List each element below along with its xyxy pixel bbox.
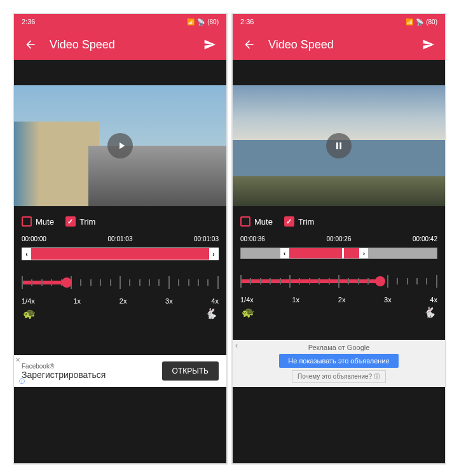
speed-labels: 1/4x 1x 2x 3x 4x — [240, 296, 437, 304]
signal-icon: 📶 — [187, 18, 195, 25]
status-time: 2:36 — [240, 18, 254, 25]
battery-icon: (80) — [207, 18, 219, 25]
turtle-icon: 🐢 — [242, 306, 254, 318]
time-mid: 00:00:26 — [327, 235, 352, 242]
mute-checkbox[interactable]: Mute — [240, 216, 273, 227]
ad-banner[interactable]: ‹ Реклама от Google Не показывать это об… — [233, 340, 445, 387]
turtle-icon: 🐢 — [23, 307, 36, 319]
controls-panel: Mute Trim 00:00:00 00:01:03 00:01:03 ‹ › — [14, 206, 226, 319]
time-end: 00:00:42 — [413, 235, 437, 242]
trim-handle-left[interactable]: ‹ — [280, 248, 289, 258]
speed-thumb[interactable] — [62, 277, 72, 288]
header-title: Video Speed — [268, 38, 409, 52]
wifi-icon: 📡 — [197, 18, 205, 25]
status-bar: 2:36 📶 📡 (80) — [233, 14, 445, 29]
status-icons: 📶 📡 (80) — [406, 18, 437, 25]
header-title: Video Speed — [50, 38, 191, 52]
mute-label: Mute — [36, 217, 54, 227]
status-time: 2:36 — [22, 18, 35, 25]
ad-hide-button[interactable]: Не показывать это объявление — [279, 354, 398, 368]
back-button[interactable] — [24, 38, 37, 51]
time-display: 00:00:36 00:00:26 00:00:42 — [240, 235, 437, 242]
trim-checkbox[interactable]: Trim — [65, 216, 96, 227]
ad-close-icon[interactable]: ‹ — [235, 341, 238, 350]
phone-screen-right: 2:36 📶 📡 (80) Video Speed Mute — [231, 13, 446, 465]
rabbit-icon: 🐇 — [423, 306, 436, 318]
battery-icon: (80) — [426, 18, 437, 25]
speed-labels: 1/4x 1x 2x 3x 4x — [22, 297, 219, 305]
status-icons: 📶 📡 (80) — [187, 18, 219, 25]
app-header: Video Speed — [233, 29, 445, 60]
ad-open-button[interactable]: ОТКРЫТЬ — [162, 361, 219, 381]
mute-checkbox[interactable]: Mute — [22, 216, 54, 227]
trim-bar[interactable]: ‹ › — [22, 248, 219, 260]
status-bar: 2:36 📶 📡 (80) — [14, 14, 226, 29]
pause-button[interactable] — [326, 133, 352, 158]
trim-bar[interactable]: ‹ › — [240, 248, 437, 259]
back-button[interactable] — [243, 38, 256, 51]
video-preview[interactable] — [14, 85, 226, 206]
mute-label: Mute — [254, 217, 273, 227]
trim-handle-right[interactable]: › — [359, 248, 368, 258]
video-preview[interactable] — [233, 85, 445, 206]
time-start: 00:00:36 — [240, 235, 265, 242]
speed-slider[interactable] — [240, 272, 437, 291]
phone-screen-left: 2:36 📶 📡 (80) Video Speed Mute — [13, 13, 228, 465]
signal-icon: 📶 — [406, 18, 413, 25]
trim-label: Trim — [79, 217, 96, 227]
ad-info-icon[interactable]: ⓘ — [19, 377, 25, 386]
wifi-icon: 📡 — [416, 18, 423, 25]
app-header: Video Speed — [14, 29, 226, 60]
trim-checkbox[interactable]: Trim — [284, 216, 315, 227]
send-button[interactable] — [203, 38, 216, 51]
ad-label: Реклама от Google — [236, 344, 441, 351]
rabbit-icon: 🐇 — [205, 307, 217, 319]
speed-slider[interactable] — [22, 273, 219, 292]
trim-handle-right[interactable]: › — [209, 248, 218, 260]
ad-banner[interactable]: Facebook® Зарегистрироваться ОТКРЫТЬ ✕ ⓘ — [14, 355, 226, 387]
time-display: 00:00:00 00:01:03 00:01:03 — [22, 235, 219, 242]
ad-why-link[interactable]: Почему это объявление? ⓘ — [292, 370, 386, 383]
ad-brand: Facebook® — [22, 363, 162, 370]
controls-panel: Mute Trim 00:00:36 00:00:26 00:00:42 ‹ › — [233, 206, 445, 318]
trim-label: Trim — [298, 217, 315, 227]
ad-title: Зарегистрироваться — [22, 370, 162, 380]
play-button[interactable] — [107, 133, 133, 158]
speed-thumb[interactable] — [375, 276, 385, 286]
time-mid: 00:01:03 — [108, 235, 133, 242]
ad-close-icon[interactable]: ✕ — [15, 356, 20, 363]
time-end: 00:01:03 — [194, 235, 219, 242]
time-start: 00:00:00 — [22, 235, 46, 242]
trim-handle-left[interactable]: ‹ — [22, 248, 31, 260]
send-button[interactable] — [422, 38, 435, 51]
